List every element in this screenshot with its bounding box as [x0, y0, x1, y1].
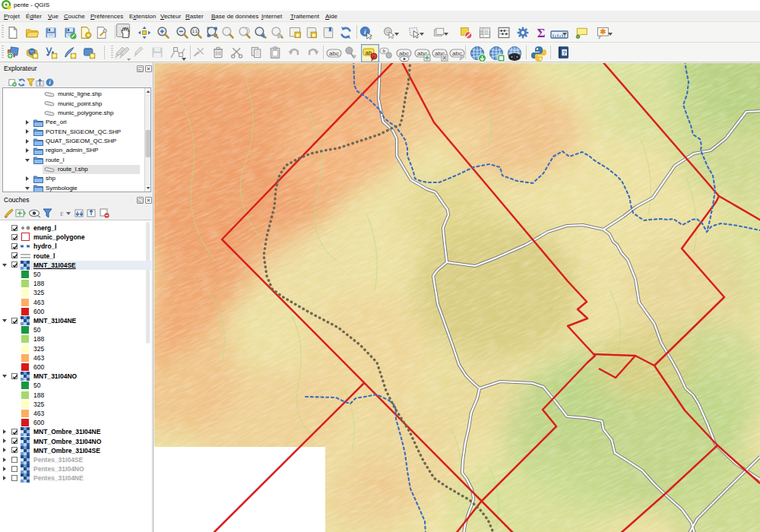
svg-text:Σ: Σ: [537, 26, 546, 40]
svg-text:✱: ✱: [600, 27, 606, 36]
svg-text:ε: ε: [60, 208, 64, 217]
svg-text:b: b: [383, 48, 386, 53]
svg-text:?: ?: [562, 49, 566, 56]
svg-text:1:1: 1:1: [192, 29, 198, 33]
svg-text:abc: abc: [452, 50, 462, 57]
svg-text:abc: abc: [329, 50, 339, 57]
